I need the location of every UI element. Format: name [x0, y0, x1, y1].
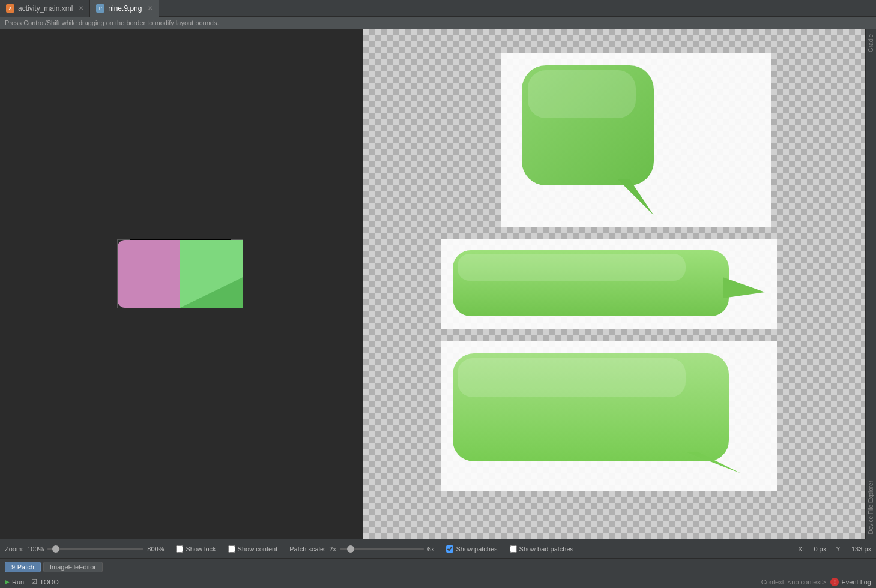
x-value: 0 px [814, 545, 826, 553]
tab-activity-main-close[interactable]: ✕ [79, 5, 83, 11]
preview-area [363, 29, 865, 539]
svg-rect-2 [528, 70, 636, 118]
tab-nine-patch[interactable]: P nine.9.png ✕ [90, 0, 159, 17]
right-sidebar: Gradle Device File Explorer [865, 29, 876, 539]
run-icon: ▶ [5, 578, 10, 585]
tab-9patch-label: 9-Patch [11, 563, 34, 571]
event-log-button[interactable]: ! Event Log [830, 578, 871, 586]
tab-activity-main[interactable]: X activity_main.xml ✕ [0, 0, 90, 17]
speech-bubble-1 [510, 59, 690, 221]
svg-rect-8 [458, 358, 686, 397]
svg-marker-4 [723, 277, 765, 298]
patch-slider[interactable] [340, 548, 424, 550]
gradle-label[interactable]: Gradle [866, 29, 875, 57]
right-panel [363, 29, 865, 539]
show-content-checkbox[interactable] [228, 545, 235, 553]
nine-patch-image[interactable] [117, 239, 243, 308]
tab-activity-main-label: activity_main.xml [18, 4, 73, 13]
main-area: Gradle Device File Explorer [0, 29, 876, 539]
show-content-group: Show content [228, 545, 278, 553]
run-label: Run [12, 578, 24, 586]
tab-image-file-editor[interactable]: ImageFileEditor [43, 562, 103, 572]
context-label: Context: <no context> [761, 578, 826, 586]
patch-scale-max: 6x [427, 545, 435, 553]
device-file-explorer-label[interactable]: Device File Explorer [866, 476, 875, 539]
speech-bubble-2 [447, 244, 771, 325]
tab-9patch[interactable]: 9-Patch [5, 562, 41, 572]
patch-right [180, 240, 243, 308]
zoom-slider-thumb[interactable] [52, 545, 59, 553]
patch-left [118, 240, 180, 308]
zoom-label: Zoom: [5, 545, 23, 553]
footer-bar: ▶ Run ☑ TODO Context: <no context> ! Eve… [0, 575, 876, 588]
zoom-group: Zoom: 100% 800% [5, 545, 164, 553]
event-log-icon: ! [830, 578, 839, 586]
zoom-slider[interactable] [47, 548, 143, 550]
y-value: 133 px [851, 545, 871, 553]
patch-scale-label: Patch scale: [289, 545, 325, 553]
show-lock-group: Show lock [176, 545, 216, 553]
zoom-value: 100% [27, 545, 44, 553]
show-lock-label[interactable]: Show lock [186, 545, 216, 553]
tab-image-file-editor-label: ImageFileEditor [50, 563, 96, 571]
png-icon: P [96, 4, 104, 13]
svg-marker-1 [618, 179, 654, 215]
run-button[interactable]: ▶ Run [5, 578, 24, 586]
show-bad-patches-group: Show bad patches [510, 545, 574, 553]
todo-button[interactable]: ☑ TODO [31, 578, 59, 586]
left-panel [0, 29, 363, 539]
show-bad-patches-label[interactable]: Show bad patches [519, 545, 574, 553]
zoom-max: 800% [147, 545, 164, 553]
editor-canvas[interactable] [0, 29, 363, 539]
tab-nine-patch-close[interactable]: ✕ [148, 5, 153, 11]
bottom-toolbar: Zoom: 100% 800% Show lock Show content P… [0, 539, 876, 558]
svg-rect-5 [458, 254, 686, 281]
x-label: X: [798, 545, 804, 553]
footer-left: ▶ Run ☑ TODO [5, 578, 59, 586]
coords-display: X: 0 px Y: 133 px [798, 545, 871, 553]
show-patches-group: Show patches [446, 545, 497, 553]
patch-scale-min: 2x [329, 545, 336, 553]
todo-icon: ☑ [31, 578, 37, 586]
tab-bar: X activity_main.xml ✕ P nine.9.png ✕ [0, 0, 876, 17]
patch-slider-thumb[interactable] [347, 545, 354, 553]
show-content-label[interactable]: Show content [238, 545, 278, 553]
event-log-label: Event Log [841, 578, 871, 586]
show-lock-checkbox[interactable] [176, 545, 183, 553]
show-patches-label[interactable]: Show patches [456, 545, 497, 553]
show-bad-patches-checkbox[interactable] [510, 545, 517, 553]
status-hint: Press Control/Shift while dragging on th… [0, 17, 876, 29]
y-label: Y: [836, 545, 842, 553]
todo-label: TODO [40, 578, 59, 586]
patch-scale-group: Patch scale: 2x 6x [289, 545, 434, 553]
tab-nine-patch-label: nine.9.png [108, 4, 142, 13]
xml-icon: X [6, 4, 14, 13]
speech-bubble-3 [447, 347, 771, 479]
footer-right: Context: <no context> ! Event Log [761, 578, 871, 586]
bottom-tab-bar: 9-Patch ImageFileEditor [0, 558, 876, 575]
show-patches-checkbox[interactable] [446, 545, 453, 553]
